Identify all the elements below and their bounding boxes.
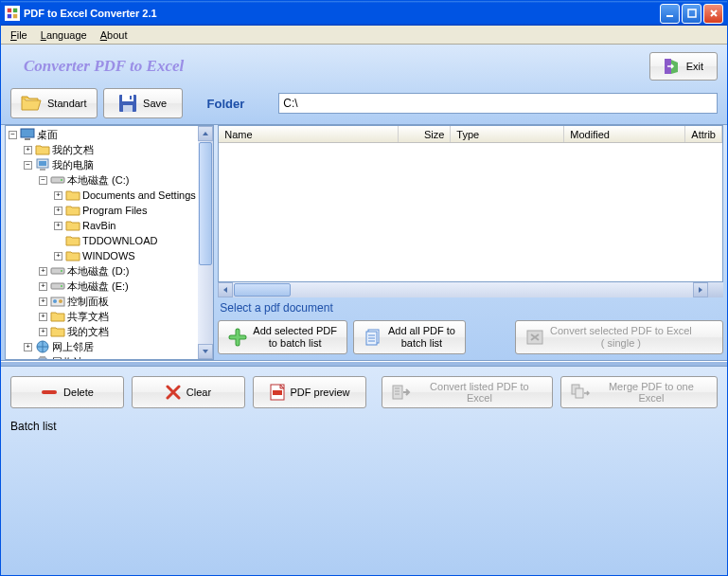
scroll-down-icon[interactable] [198, 344, 213, 359]
tree-item[interactable]: −我的电脑 [7, 157, 197, 172]
tree-scrollbar[interactable] [198, 126, 213, 359]
folder-label: Folder [207, 97, 245, 111]
tree-expander-icon[interactable]: + [24, 146, 32, 154]
svg-rect-6 [688, 9, 696, 17]
folder-icon [65, 249, 80, 262]
tree-expander-icon[interactable]: + [39, 267, 47, 276]
tree-expander-icon[interactable]: + [39, 313, 47, 321]
scroll-up-icon[interactable] [198, 126, 213, 141]
folder-icon [35, 143, 50, 156]
scroll-left-icon[interactable] [218, 282, 233, 297]
tree-item-label: WINDOWS [82, 250, 135, 261]
tree-item[interactable]: +我的文档 [7, 142, 197, 157]
app-title: Converter PDF to Excel [10, 57, 649, 76]
tree-item[interactable]: +共享文档 [7, 309, 197, 324]
tree-item[interactable]: 回收站 [7, 354, 197, 359]
svg-rect-34 [393, 386, 402, 399]
delete-button[interactable]: Delete [10, 376, 124, 408]
svg-rect-10 [123, 105, 133, 112]
tree-item-label: Program Files [82, 205, 147, 216]
menu-file[interactable]: File [4, 27, 34, 43]
recycle-icon [35, 355, 50, 359]
control-icon [50, 295, 65, 308]
scroll-thumb[interactable] [199, 142, 212, 265]
tree-item[interactable]: +网上邻居 [7, 339, 197, 354]
computer-icon [35, 158, 50, 171]
col-size[interactable]: Size [399, 126, 451, 142]
folder-open-icon [21, 95, 42, 112]
menu-about[interactable]: About [94, 27, 134, 43]
tree-item-label: 我的文档 [52, 143, 94, 157]
tree-item-label: 我的电脑 [52, 158, 94, 172]
app-icon [5, 6, 20, 21]
tree-item[interactable]: +本地磁盘 (E:) [7, 279, 197, 294]
plus-icon [228, 328, 247, 347]
tree-item[interactable]: +Program Files [7, 203, 197, 218]
file-panel: Name Size Type Modified Attrib Select a … [218, 125, 723, 360]
folder-icon [50, 325, 65, 338]
add-all-button[interactable]: Add all PDF tobatch list [353, 320, 466, 354]
tree-item[interactable]: +RavBin [7, 218, 197, 233]
batch-list-label: Batch list [10, 416, 718, 437]
tree-expander-icon[interactable]: + [54, 207, 62, 215]
tree-expander-icon[interactable]: + [54, 191, 62, 200]
tree-expander-icon[interactable]: + [24, 343, 32, 351]
svg-rect-3 [8, 14, 11, 18]
tree-item[interactable]: +我的文档 [7, 324, 197, 339]
drive-icon [50, 264, 65, 278]
col-modified[interactable]: Modified [564, 126, 685, 142]
scroll-thumb-h[interactable] [234, 283, 291, 297]
tree-expander-icon[interactable]: + [39, 297, 47, 306]
tree-expander-icon[interactable]: + [39, 328, 47, 336]
tree-item[interactable]: +Documents and Settings [7, 188, 197, 203]
close-button[interactable] [703, 4, 723, 24]
tree-item[interactable]: +WINDOWS [7, 248, 197, 263]
pdf-preview-button[interactable]: PDF preview [253, 376, 366, 408]
folder-icon [65, 219, 80, 232]
exit-button[interactable]: Exit [649, 52, 718, 81]
col-type[interactable]: Type [451, 126, 564, 142]
tree-item[interactable]: TDDOWNLOAD [7, 233, 197, 248]
merge-button[interactable]: Merge PDF to one Excel [560, 376, 718, 408]
clear-button[interactable]: Clear [132, 376, 245, 408]
convert-listed-button[interactable]: Convert listed PDF to Excel [382, 376, 553, 408]
tree-item-label: 桌面 [37, 128, 58, 142]
folder-tree[interactable]: −桌面+我的文档−我的电脑−本地磁盘 (C:)+Documents and Se… [6, 126, 198, 359]
file-list[interactable]: Name Size Type Modified Attrib [218, 125, 723, 282]
tree-item-label: 本地磁盘 (D:) [67, 264, 129, 279]
svg-point-18 [61, 179, 62, 181]
save-button[interactable]: Save [103, 88, 183, 118]
tree-expander-icon[interactable]: + [54, 252, 62, 261]
tree-item[interactable]: −本地磁盘 (C:) [7, 172, 197, 188]
folder-icon [65, 189, 80, 202]
file-list-header: Name Size Type Modified Attrib [219, 126, 722, 143]
titlebar[interactable]: PDF to Excel Converter 2.1 [1, 1, 727, 26]
tree-item-label: 本地磁盘 (E:) [67, 279, 129, 294]
maximize-button[interactable] [682, 4, 701, 24]
tree-item[interactable]: +控制面板 [7, 294, 197, 309]
tree-item-label: TDDOWNLOAD [82, 235, 157, 246]
convert-selected-button[interactable]: Convert selected PDF to Excel( single ) [515, 320, 723, 354]
documents-icon [364, 328, 382, 347]
folder-input[interactable] [278, 93, 718, 114]
file-list-body[interactable] [219, 143, 722, 281]
convert-list-icon [392, 384, 411, 401]
add-selected-button[interactable]: Add selected PDFto batch list [218, 320, 347, 354]
tree-expander-icon[interactable]: − [24, 161, 32, 170]
menu-language[interactable]: Language [34, 27, 94, 43]
menubar: File Language About [1, 26, 727, 45]
col-name[interactable]: Name [219, 126, 399, 142]
minimize-button[interactable] [660, 4, 680, 24]
x-icon [166, 385, 181, 400]
tree-expander-icon[interactable]: + [39, 282, 47, 291]
tree-item[interactable]: −桌面 [7, 127, 197, 142]
tree-expander-icon[interactable]: + [54, 222, 62, 230]
tree-item-label: 本地磁盘 (C:) [67, 173, 129, 188]
file-scrollbar-h[interactable] [218, 282, 723, 297]
col-attrib[interactable]: Attrib [685, 126, 722, 142]
tree-expander-icon[interactable]: − [9, 131, 17, 139]
tree-item[interactable]: +本地磁盘 (D:) [7, 263, 197, 279]
standart-button[interactable]: Standart [10, 88, 98, 118]
scroll-right-icon[interactable] [693, 282, 708, 297]
tree-expander-icon[interactable]: − [39, 176, 47, 185]
